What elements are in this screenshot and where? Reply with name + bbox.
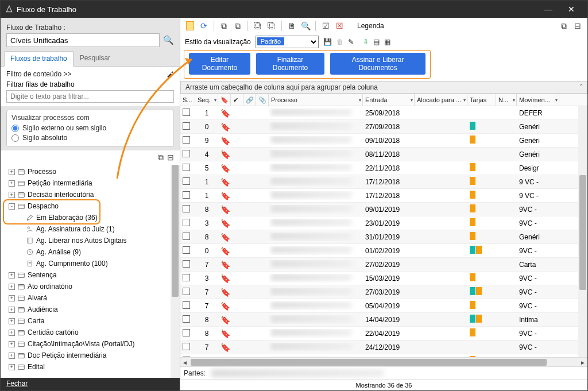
col-check-icon[interactable]: ✔ — [231, 94, 243, 106]
tree-node[interactable]: +Carta — [1, 315, 180, 327]
table-row[interactable]: 3🔖23/01/20199VC - — [180, 216, 587, 230]
edit-icon[interactable]: ✎ — [348, 38, 354, 46]
col-clip-icon[interactable]: 📎 — [256, 94, 269, 106]
row-checkbox[interactable] — [183, 315, 190, 323]
workflow-tree[interactable]: +Processo+Petição intermediária+Decisão … — [1, 165, 180, 378]
search-icon[interactable]: 🔍 — [163, 35, 174, 45]
tree-node[interactable]: +Edital — [1, 361, 180, 373]
group-by-header[interactable]: Arraste um cabeçalho de coluna aqui para… — [180, 81, 587, 94]
row-checkbox[interactable] — [183, 177, 190, 185]
col-alocado[interactable]: Alocado para ...▾ — [415, 94, 467, 106]
grid-body[interactable]: 1🔖25/09/2018DEFER0🔖27/09/2018Genéri9🔖09/… — [180, 106, 587, 357]
close-window-button[interactable]: ✕ — [560, 1, 583, 18]
table-row[interactable]: 8🔖22/04/20199VC - — [180, 327, 587, 340]
col-bookmark-icon[interactable]: 🔖 — [218, 94, 231, 106]
col-seq[interactable]: Seq.▾ — [195, 94, 218, 106]
group-icon[interactable]: ⿻ — [253, 21, 263, 31]
col-select[interactable]: S... — [180, 94, 195, 106]
row-checkbox[interactable] — [183, 233, 190, 240]
row-checkbox[interactable] — [183, 274, 190, 281]
copy-icon[interactable]: ⧉ — [219, 21, 229, 31]
save-icon[interactable]: 💾 — [323, 38, 332, 46]
table-row[interactable]: 7🔖27/02/2019Carta — [180, 258, 587, 272]
tree-node[interactable]: +Citação\Intimação\Vista (Portal/DJ) — [1, 338, 180, 350]
table-row[interactable]: 0🔖01/02/20199VC - — [180, 244, 587, 258]
doc-icon[interactable]: 🗎 — [287, 21, 297, 31]
row-checkbox[interactable] — [183, 164, 190, 171]
tree-node[interactable]: +Doc Petição intermediária — [1, 350, 180, 361]
tree-tool-expand-icon[interactable]: ⧉ — [158, 153, 164, 162]
expand-icon[interactable]: - — [9, 203, 15, 210]
finalizar-documento-button[interactable]: Finalizar Documento — [256, 53, 324, 75]
table-row[interactable]: 7🔖27/03/20199VC - — [180, 285, 587, 299]
expand-icon[interactable]: + — [9, 307, 15, 313]
tree-scrollbar[interactable] — [171, 165, 180, 378]
row-checkbox[interactable] — [183, 191, 190, 199]
note-icon[interactable] — [185, 21, 195, 31]
row-checkbox[interactable] — [183, 205, 190, 212]
tree-node[interactable]: +Certidão cartório — [1, 327, 180, 338]
trash-icon[interactable]: 🗑 — [336, 38, 343, 46]
tree-child[interactable]: Ag. Análise (9) — [1, 246, 180, 258]
row-checkbox[interactable] — [183, 122, 190, 130]
table-row[interactable]: 9🔖09/10/2018Genéri — [180, 134, 587, 148]
assinar-liberar-button[interactable]: Assinar e Liberar Documentos — [330, 53, 425, 75]
tree-tool-collapse-icon[interactable]: ⊟ — [167, 153, 174, 162]
export-icon[interactable]: ⇩ — [363, 38, 369, 46]
expand-icon[interactable]: + — [9, 180, 15, 187]
zoom-icon[interactable]: 🔍 — [300, 21, 311, 31]
scroll-left-icon[interactable]: ◄ — [180, 358, 189, 367]
expand-icon[interactable]: + — [9, 330, 15, 336]
columns-icon[interactable]: ▤ — [373, 38, 380, 46]
row-checkbox[interactable] — [183, 219, 190, 226]
row-checkbox[interactable] — [183, 246, 190, 254]
close-button[interactable]: Fechar — [1, 378, 180, 390]
row-checkbox[interactable] — [183, 260, 190, 268]
col-entrada[interactable]: Entrada▾ — [363, 94, 415, 106]
table-row[interactable]: 0🔖27/09/2018Genéri — [180, 120, 587, 134]
col-n[interactable]: N...▾ — [496, 94, 517, 106]
table-row[interactable]: 8🔖09/01/20199VC - — [180, 203, 587, 216]
row-checkbox[interactable] — [183, 109, 190, 116]
tree-node[interactable]: -Despacho — [1, 200, 180, 212]
tree-node[interactable]: +Alvará — [1, 292, 180, 304]
tree-node[interactable]: +Ato ordinatório — [1, 281, 180, 292]
expand-icon[interactable]: + — [9, 364, 15, 370]
table-row[interactable]: 8🔖14/04/2019Intima — [180, 313, 587, 327]
filter-queues-input[interactable] — [6, 90, 174, 103]
row-checkbox[interactable] — [183, 343, 190, 350]
columns2-icon[interactable]: ▦ — [384, 38, 390, 46]
table-row[interactable]: 7🔖05/04/20199VC - — [180, 299, 587, 313]
col-link-icon[interactable]: 🔗 — [243, 94, 256, 106]
tree-child[interactable]: Ag. Cumprimento (100) — [1, 258, 180, 269]
tab-fluxos[interactable]: Fluxos de trabalho — [4, 51, 74, 67]
editar-documento-button[interactable]: Editar Documento — [189, 53, 250, 75]
radio-sigilo-externo[interactable]: Sigilo externo ou sem sigilo — [11, 124, 169, 132]
row-checkbox[interactable] — [183, 136, 190, 144]
table-row[interactable]: 4🔖08/11/2018Genéri — [180, 148, 587, 161]
expand-icon[interactable]: + — [9, 192, 15, 198]
expand-icon[interactable]: + — [9, 353, 15, 359]
col-processo[interactable]: Processo▾ — [269, 94, 363, 106]
tree-child[interactable]: Em Elaboração (36) — [1, 212, 180, 223]
tab-pesquisar[interactable]: Pesquisar — [74, 51, 117, 66]
copy2-icon[interactable]: ⧉ — [233, 21, 243, 31]
table-row[interactable]: 1🔖17/12/20189 VC - — [180, 175, 587, 189]
tree-node[interactable]: +Sentença — [1, 269, 180, 281]
expand-icon[interactable]: + — [9, 341, 15, 347]
refresh-icon[interactable]: ⟳ — [199, 21, 209, 31]
tree-node[interactable]: +Processo — [1, 166, 180, 177]
legenda-label[interactable]: Legenda — [357, 22, 384, 30]
row-checkbox[interactable] — [183, 150, 190, 157]
table-row[interactable]: 7🔖24/12/20199VC - — [180, 340, 587, 354]
delete-icon[interactable]: ☒ — [334, 21, 345, 31]
row-checkbox[interactable] — [183, 329, 190, 336]
tool-right2-icon[interactable]: ⊟ — [572, 21, 583, 31]
row-checkbox[interactable] — [183, 301, 190, 309]
minimize-button[interactable]: — — [537, 1, 560, 18]
collapse-icon[interactable]: ⌃ — [579, 83, 583, 90]
table-row[interactable]: 8🔖31/01/2019Genéri — [180, 230, 587, 244]
tool-right1-icon[interactable]: ⧉ — [559, 21, 569, 31]
expand-icon[interactable]: + — [9, 284, 15, 290]
tree-node[interactable]: +Audiência — [1, 304, 180, 315]
